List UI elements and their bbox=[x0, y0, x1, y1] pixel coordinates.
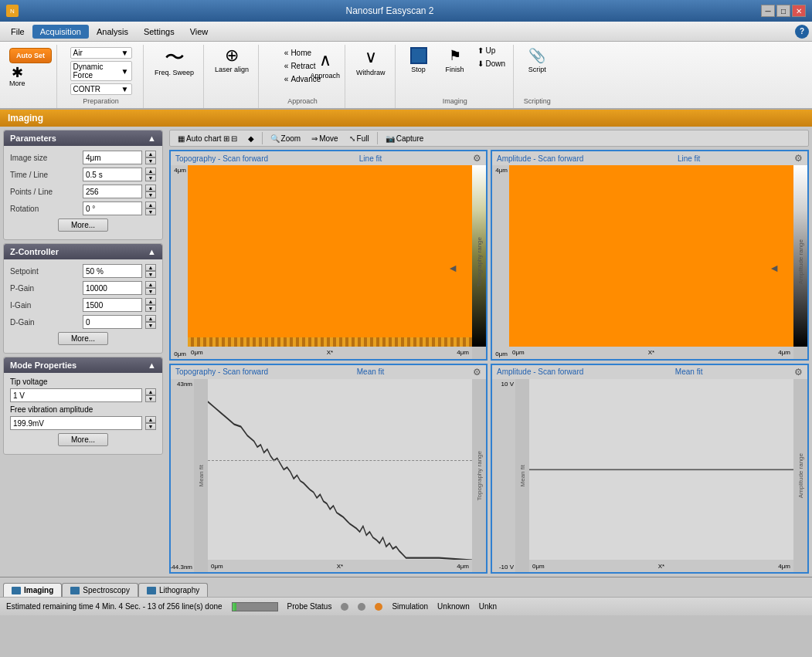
chart-top-right-inner: 4μm 0μm Line fit 20 V 0μm bbox=[492, 165, 807, 359]
close-button[interactable]: ✕ bbox=[792, 5, 806, 17]
more-button[interactable]: ✱ More bbox=[9, 66, 25, 87]
mode-properties-more-button[interactable]: More... bbox=[58, 433, 108, 446]
maximize-button[interactable]: □ bbox=[776, 5, 790, 17]
free-vibration-up[interactable]: ▲ bbox=[145, 416, 156, 423]
dot-1 bbox=[341, 603, 348, 611]
p-gain-up[interactable]: ▲ bbox=[145, 281, 156, 288]
imaging-tab-icon bbox=[12, 587, 21, 594]
zoom-button[interactable]: 🔍 Zoom bbox=[267, 133, 304, 144]
chart-bottom-right-settings[interactable]: ⚙ bbox=[794, 367, 803, 378]
setpoint-row: Setpoint ▲ ▼ bbox=[10, 264, 156, 278]
mode-properties-section: Mode Properties ▲ Tip voltage ▲ ▼ Free v… bbox=[3, 357, 163, 455]
menu-view[interactable]: View bbox=[182, 25, 216, 39]
stop-button[interactable]: Stop bbox=[402, 45, 436, 76]
chart-bottom-right-svg-container bbox=[529, 379, 793, 560]
air-dropdown[interactable]: Air ▼ bbox=[70, 47, 132, 59]
menu-analysis[interactable]: Analysis bbox=[89, 25, 136, 39]
capture-button[interactable]: 📷 Capture bbox=[382, 133, 427, 144]
auto-chart-button[interactable]: ▦ Auto chart ⊞ ⊟ bbox=[175, 133, 240, 144]
ribbon-group-withdraw: ∨ Withdraw bbox=[347, 45, 396, 108]
tab-imaging[interactable]: Imaging bbox=[3, 583, 62, 597]
z-controller-header[interactable]: Z-Controller ▲ bbox=[4, 244, 162, 259]
title-controls[interactable]: ─ □ ✕ bbox=[761, 5, 806, 17]
freq-sweep-label: Freq. Sweep bbox=[155, 69, 194, 77]
time-up[interactable]: ▲ bbox=[145, 168, 156, 174]
tip-voltage-input[interactable] bbox=[10, 388, 142, 402]
setpoint-down[interactable]: ▼ bbox=[145, 271, 156, 278]
image-size-down[interactable]: ▼ bbox=[145, 157, 156, 164]
tab-spectroscopy[interactable]: Spectroscopy bbox=[62, 583, 138, 597]
i-gain-down[interactable]: ▼ bbox=[145, 305, 156, 312]
p-gain-down[interactable]: ▼ bbox=[145, 288, 156, 295]
marker-button[interactable]: ◆ bbox=[245, 133, 257, 144]
down-button[interactable]: ⬇ Down bbox=[474, 58, 509, 69]
contr-dropdown[interactable]: CONTR ▼ bbox=[70, 83, 132, 95]
freq-sweep-button[interactable]: 〜 Freq. Sweep bbox=[150, 45, 199, 80]
chart-bottom-left-header: Topography - Scan forward Mean fit ⚙ bbox=[171, 365, 486, 379]
menu-file[interactable]: File bbox=[3, 25, 32, 39]
z-controller-more-button[interactable]: More... bbox=[58, 332, 108, 345]
app-icon: N bbox=[6, 5, 19, 17]
toolbar-separator-2 bbox=[377, 132, 378, 144]
dynamic-force-dropdown[interactable]: Dynamic Force ▼ bbox=[70, 61, 132, 81]
preparation-group-label: Preparation bbox=[59, 97, 143, 105]
ribbon-group-imaging: Stop ⚑ Finish ⬆ Up ⬇ Down Imaging bbox=[397, 45, 515, 108]
mean-fit-label-left: Mean fit bbox=[194, 379, 208, 573]
d-gain-input[interactable] bbox=[83, 315, 142, 329]
d-gain-up[interactable]: ▲ bbox=[145, 315, 156, 322]
mode-properties-header[interactable]: Mode Properties ▲ bbox=[4, 357, 162, 373]
rotation-spinner: ▲ ▼ bbox=[145, 202, 156, 215]
tip-voltage-up[interactable]: ▲ bbox=[145, 388, 156, 395]
finish-icon: ⚑ bbox=[449, 47, 461, 64]
time-per-line-input[interactable] bbox=[83, 168, 142, 181]
image-size-input[interactable] bbox=[83, 151, 142, 164]
free-vibration-down[interactable]: ▼ bbox=[145, 423, 156, 430]
setpoint-up[interactable]: ▲ bbox=[145, 264, 156, 271]
up-button[interactable]: ⬆ Up bbox=[474, 45, 509, 56]
i-gain-input[interactable] bbox=[83, 298, 142, 312]
chart-bottom-left-settings[interactable]: ⚙ bbox=[473, 367, 481, 378]
chart-top-left-x-axis: 0μm X* 4μm bbox=[188, 347, 472, 359]
rotation-down[interactable]: ▼ bbox=[145, 208, 156, 215]
minimize-button[interactable]: ─ bbox=[761, 5, 775, 17]
help-button[interactable]: ? bbox=[795, 25, 809, 39]
free-vibration-input[interactable] bbox=[10, 416, 142, 430]
p-gain-input[interactable] bbox=[83, 281, 142, 295]
chart-top-left-settings[interactable]: ⚙ bbox=[473, 153, 481, 164]
parameters-collapse-icon: ▲ bbox=[148, 134, 156, 143]
tab-lithography[interactable]: Lithography bbox=[138, 583, 208, 597]
rotation-input[interactable] bbox=[83, 202, 142, 215]
ribbon-group-laser-align: ⊕ Laser align bbox=[206, 45, 259, 108]
withdraw-button[interactable]: ∨ Withdraw bbox=[352, 45, 390, 79]
bottom-tabs: Imaging Spectroscopy Lithography bbox=[0, 577, 812, 597]
chart-bottom-right-amp-range: Amplitude range bbox=[793, 379, 807, 573]
menu-acquisition[interactable]: Acquisition bbox=[32, 25, 89, 39]
d-gain-spinner: ▲ ▼ bbox=[145, 315, 156, 329]
script-button[interactable]: 📎 Script bbox=[520, 45, 554, 76]
d-gain-down[interactable]: ▼ bbox=[145, 322, 156, 329]
points-up[interactable]: ▲ bbox=[145, 185, 156, 191]
mode-properties-title: Mode Properties bbox=[10, 361, 76, 370]
points-per-line-input[interactable] bbox=[83, 185, 142, 198]
finish-button[interactable]: ⚑ Finish bbox=[438, 45, 472, 76]
image-size-up[interactable]: ▲ bbox=[145, 151, 156, 157]
i-gain-up[interactable]: ▲ bbox=[145, 298, 156, 305]
points-down[interactable]: ▼ bbox=[145, 191, 156, 198]
parameters-more-button[interactable]: More... bbox=[58, 218, 108, 232]
auto-chart-label: Auto chart bbox=[186, 134, 222, 143]
rotation-up[interactable]: ▲ bbox=[145, 202, 156, 208]
tip-voltage-row: ▲ ▼ bbox=[10, 388, 156, 402]
parameters-header[interactable]: Parameters ▲ bbox=[4, 130, 162, 146]
auto-set-button[interactable]: Auto Set bbox=[9, 48, 52, 63]
setpoint-input[interactable] bbox=[83, 264, 142, 278]
full-button[interactable]: ⤡ Full bbox=[346, 133, 372, 144]
title-bar: N Nanosurf Easyscan 2 ─ □ ✕ bbox=[0, 0, 812, 22]
rotation-label: Rotation bbox=[10, 205, 80, 213]
menu-settings[interactable]: Settings bbox=[136, 25, 182, 39]
move-button[interactable]: ⇒ Move bbox=[308, 133, 341, 144]
chart-top-right-settings[interactable]: ⚙ bbox=[794, 153, 803, 164]
approach-button[interactable]: ∧ Approach bbox=[306, 48, 345, 82]
tip-voltage-down[interactable]: ▼ bbox=[145, 395, 156, 402]
laser-align-button[interactable]: ⊕ Laser align bbox=[210, 45, 253, 76]
time-down[interactable]: ▼ bbox=[145, 174, 156, 181]
